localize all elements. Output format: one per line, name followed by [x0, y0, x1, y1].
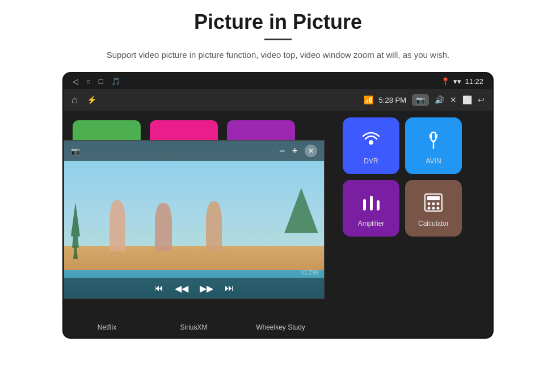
status-right: 📍 ▾▾ 11:22	[441, 77, 483, 86]
pip-shrink-button[interactable]: −	[279, 145, 285, 157]
svg-point-12	[437, 203, 440, 205]
back-nav-icon[interactable]: ↩	[478, 95, 485, 104]
svg-rect-1	[431, 132, 436, 141]
svg-point-13	[428, 207, 431, 210]
app-row-2: Amplifier	[343, 180, 486, 237]
pip-cam-icon: 📷	[71, 147, 80, 155]
rewind-button[interactable]: ◀◀	[175, 283, 188, 294]
svg-rect-9	[427, 196, 440, 200]
person-1	[109, 200, 125, 251]
calculator-icon	[420, 189, 447, 216]
person-2	[155, 203, 172, 251]
calculator-label: Calculator	[418, 220, 449, 227]
status-bar: ◁ ○ □ 🎵 📍 ▾▾ 11:22	[64, 73, 492, 89]
pip-resize-controls: − + ✕	[279, 145, 317, 157]
wifi-icon: 📶	[364, 95, 373, 104]
music-icon: 🎵	[111, 77, 120, 86]
bottom-app-labels: Netflix SiriusXM Wheelkey Study	[64, 315, 325, 339]
netflix-label: Netflix	[64, 323, 150, 331]
status-time: 11:22	[465, 77, 483, 86]
toolbar-right: 📶 5:28 PM 📷 🔊 ✕ ⬜ ↩	[364, 94, 485, 106]
skip-forward-button[interactable]: ⏭	[225, 283, 234, 293]
pip-close-icon: ✕	[308, 147, 314, 155]
device-frame: ◁ ○ □ 🎵 📍 ▾▾ 11:22 ⌂ ⚡ 📶 5:28 PM 📷 🔊	[62, 72, 494, 339]
svg-point-15	[437, 207, 440, 210]
wheelkey-label: Wheelkey Study	[237, 323, 324, 331]
svg-point-11	[432, 203, 435, 205]
siriusxm-label: SiriusXM	[150, 323, 237, 331]
watermark: VCZ99	[301, 269, 318, 276]
right-section: DVR AVIN	[336, 111, 492, 339]
pip-close-button[interactable]: ✕	[305, 145, 317, 157]
signal-icon: ▾▾	[453, 77, 461, 86]
svg-point-14	[432, 207, 435, 210]
avin-app-card[interactable]: AVIN	[405, 117, 462, 174]
avin-icon	[420, 127, 447, 154]
status-left: ◁ ○ □ 🎵	[73, 77, 120, 86]
pip-video-inner: VCZ99	[64, 141, 324, 298]
amplifier-svg-icon	[360, 191, 382, 214]
page-subtitle: Support video picture in picture functio…	[107, 48, 449, 62]
svg-point-10	[428, 203, 431, 205]
usb-icon: ⚡	[87, 95, 96, 104]
left-section: VCZ99 📷 − + ✕	[64, 111, 336, 339]
back-arrow-icon[interactable]: ◁	[73, 77, 78, 86]
close-icon[interactable]: ✕	[450, 95, 457, 104]
toolbar-bar: ⌂ ⚡ 📶 5:28 PM 📷 🔊 ✕ ⬜ ↩	[64, 89, 492, 111]
beach-sand	[64, 246, 324, 270]
page-wrapper: Picture in Picture Support video picture…	[0, 0, 556, 392]
home-icon[interactable]: ⌂	[71, 94, 78, 106]
avin-label: AVIN	[426, 157, 441, 165]
pip-mode-icon[interactable]: ⬜	[462, 95, 472, 104]
pip-grow-button[interactable]: +	[292, 145, 298, 157]
svg-rect-5	[363, 199, 366, 210]
toolbar-left: ⌂ ⚡	[71, 94, 96, 106]
svg-rect-6	[370, 196, 373, 210]
location-icon: 📍	[441, 77, 450, 86]
home-circle-icon[interactable]: ○	[86, 77, 91, 86]
toolbar-time: 5:28 PM	[379, 96, 406, 104]
svg-point-0	[369, 140, 373, 145]
avin-svg-icon	[422, 129, 445, 151]
dvr-svg-icon	[360, 129, 382, 151]
volume-icon[interactable]: 🔊	[435, 95, 444, 104]
svg-rect-7	[377, 200, 380, 210]
recents-icon[interactable]: □	[99, 77, 103, 86]
pip-bottom-controls: ⏮ ◀◀ ▶▶ ⏭	[64, 278, 324, 298]
person-3	[206, 201, 222, 251]
amplifier-app-card[interactable]: Amplifier	[343, 180, 399, 237]
skip-back-button[interactable]: ⏮	[154, 283, 163, 293]
calculator-svg-icon	[422, 191, 445, 214]
pip-video[interactable]: VCZ99 📷 − + ✕	[64, 140, 325, 299]
camera-button[interactable]: 📷	[412, 94, 429, 106]
pip-top-controls: 📷 − + ✕	[64, 141, 324, 161]
dvr-app-card[interactable]: DVR	[343, 117, 399, 174]
title-divider	[264, 39, 292, 40]
main-content: VCZ99 📷 − + ✕	[64, 111, 492, 339]
fast-forward-button[interactable]: ▶▶	[200, 283, 213, 294]
dvr-icon	[357, 127, 385, 154]
amplifier-icon	[357, 189, 385, 216]
dvr-label: DVR	[364, 157, 378, 165]
page-title: Picture in Picture	[194, 10, 362, 34]
amplifier-label: Amplifier	[358, 220, 385, 227]
calculator-app-card[interactable]: Calculator	[405, 180, 462, 237]
app-row-1: DVR AVIN	[343, 117, 486, 174]
